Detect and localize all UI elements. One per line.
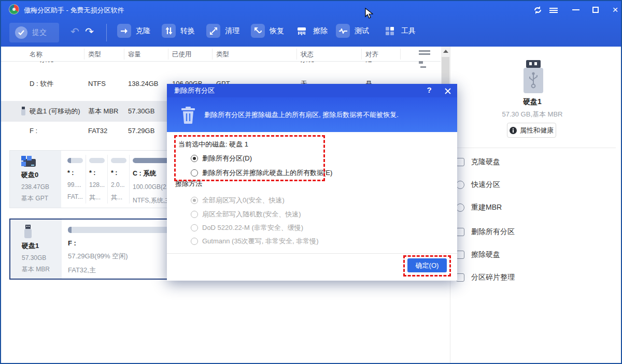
- trash-icon: [180, 106, 196, 124]
- submit-label: 提交: [32, 28, 47, 37]
- col-used[interactable]: 已使用: [172, 50, 192, 59]
- usb-drive-icon: [522, 60, 545, 93]
- col-status[interactable]: 状态: [301, 50, 314, 59]
- partition-block[interactable]: * : 128... 其...: [86, 155, 108, 203]
- dialog-close-icon[interactable]: [443, 85, 453, 94]
- refresh-icon[interactable]: [531, 5, 544, 14]
- clone-disk-icon: [456, 158, 464, 166]
- col-fs[interactable]: 类型: [88, 50, 101, 59]
- radio-dod: DoD 5220.22-M (非常安全、缓慢): [187, 223, 303, 232]
- wipe-icon: [294, 24, 308, 38]
- toolbar-item-convert[interactable]: 转换: [162, 24, 195, 38]
- radio-disabled-icon: [191, 211, 198, 218]
- col-name[interactable]: 名称: [30, 50, 43, 59]
- sidebar-item-clone-disk[interactable]: 克隆硬盘: [456, 156, 617, 168]
- highlight-box-ok: [403, 255, 451, 276]
- radio-write-random: 扇区全部写入随机数(安全、快速): [187, 210, 301, 219]
- clean-icon: [206, 24, 220, 38]
- convert-icon: [162, 24, 176, 38]
- redo-icon[interactable]: ↷: [85, 26, 94, 37]
- dialog-description: 删除所有分区并擦除磁盘上的所有扇区, 擦除后数据将不能被恢复.: [204, 110, 399, 120]
- quick-partition-icon: [456, 181, 464, 189]
- disk0-card[interactable]: 硬盘0 238.47GB 基本 GPT: [10, 151, 61, 208]
- toolbar-item-wipe[interactable]: 擦除: [294, 24, 328, 38]
- col-scheme[interactable]: 类型: [216, 50, 229, 59]
- sidebar-item-quick-partition[interactable]: 快速分区: [456, 179, 617, 191]
- app-logo-icon: [9, 4, 19, 14]
- dialog-footer-divider: [167, 253, 457, 254]
- delete-all-partitions-dialog: 删除所有分区 ? 删除所有分区并擦除磁盘上的所有扇区, 擦除后数据将不能被恢复.…: [167, 84, 457, 281]
- app-window: 傲梅分区助手 - 免费无损分区软件 × 提交 ↶ ↷ 克隆: [0, 0, 622, 364]
- close-button[interactable]: ×: [609, 5, 622, 14]
- delete-partitions-icon: [456, 228, 464, 236]
- sidebar-disk-info: 57.30 GB,基本 MBR: [478, 110, 587, 119]
- mouse-cursor: [365, 8, 373, 19]
- toolbar-item-clone[interactable]: 克隆: [117, 24, 150, 38]
- tools-icon: [383, 24, 397, 38]
- minimize-button[interactable]: [569, 5, 583, 14]
- sidebar-item-defrag[interactable]: 分区碎片整理: [456, 272, 617, 283]
- sidebar-section-divider: [457, 148, 616, 148]
- radio-gutmann: Gutmann (35次覆写, 非常安全, 非常慢): [187, 237, 319, 246]
- hard-disk-icon: [21, 156, 37, 167]
- dialog-help-button[interactable]: ?: [424, 85, 434, 94]
- window-title: 傲梅分区助手 - 免费无损分区软件: [24, 6, 124, 15]
- dialog-titlebar: 删除所有分区: [167, 84, 457, 97]
- clone-icon: [117, 24, 131, 38]
- sidebar-item-rebuild-mbr[interactable]: 重建MBR: [456, 202, 617, 213]
- toolbar-divider: [106, 24, 107, 41]
- recover-icon: [251, 24, 265, 38]
- submit-button[interactable]: 提交: [9, 23, 59, 42]
- sidebar-disk-name: 硬盘1: [488, 97, 576, 107]
- disk1-card[interactable]: 硬盘1 57.30GB 基本 MBR: [10, 220, 62, 279]
- properties-health-button[interactable]: 属性和健康: [507, 123, 556, 138]
- partition-block[interactable]: * : 99.... FAT...: [64, 155, 86, 203]
- toolbar-item-test[interactable]: 测试: [336, 24, 369, 38]
- highlight-box-options: [174, 135, 325, 181]
- check-icon: [15, 26, 27, 39]
- defrag-icon: [456, 273, 464, 282]
- wipe-disk-icon: [456, 251, 464, 259]
- sidebar-item-wipe-disk[interactable]: 擦除硬盘: [456, 249, 617, 260]
- menu-icon[interactable]: [549, 5, 563, 14]
- view-options-icon[interactable]: [419, 50, 430, 75]
- test-icon: [336, 24, 350, 38]
- table-header: 名称 类型 容量 已使用 类型 状态 对齐: [1, 47, 441, 62]
- partition-block[interactable]: * : 2.0... 其...: [108, 155, 130, 203]
- toolbar-item-recover[interactable]: 恢复: [251, 24, 284, 38]
- maximize-button[interactable]: [589, 5, 602, 14]
- usb-icon: [24, 225, 32, 238]
- radio-disabled-on-icon: [191, 197, 198, 204]
- rebuild-mbr-icon: [456, 203, 464, 212]
- dialog-title: 删除所有分区: [174, 86, 215, 95]
- col-capacity[interactable]: 容量: [128, 50, 141, 59]
- undo-icon[interactable]: ↶: [70, 26, 79, 37]
- sidebar-item-delete-all-partitions[interactable]: 删除所有分区: [456, 226, 617, 238]
- top-bar: 傲梅分区助手 - 免费无损分区软件 × 提交 ↶ ↷ 克隆: [1, 1, 621, 47]
- col-aligned[interactable]: 对齐: [365, 50, 378, 59]
- dialog-description-band: 删除所有分区并擦除磁盘上的所有扇区, 擦除后数据将不能被恢复.: [167, 97, 457, 132]
- scroll-thumb[interactable]: [442, 57, 449, 84]
- toolbar-item-clean[interactable]: 清理: [206, 24, 239, 38]
- toolbar-item-tools[interactable]: 工具: [383, 24, 416, 38]
- radio-write-zeros: 全部扇区写入0(安全、快速): [187, 196, 285, 205]
- radio-disabled-icon: [191, 224, 198, 231]
- scroll-up-icon[interactable]: [443, 50, 448, 53]
- radio-disabled-icon: [191, 238, 198, 245]
